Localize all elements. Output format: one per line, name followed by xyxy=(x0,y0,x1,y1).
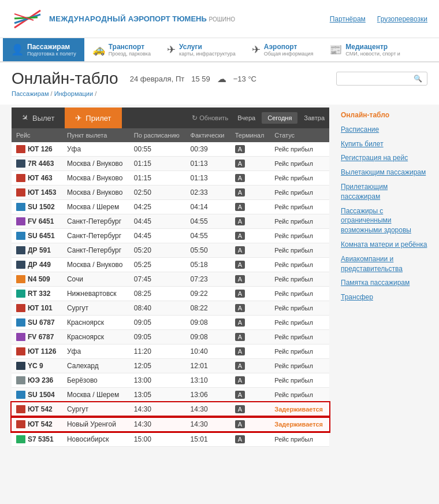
refresh-label: Обновить xyxy=(199,114,228,121)
cell-status: Рейс прибыл xyxy=(270,359,329,373)
cell-terminal: А xyxy=(230,287,270,301)
flight-number: YC 9 xyxy=(28,362,43,370)
airline-icon xyxy=(16,420,25,428)
flights-section: ✈ Вылет ✈ Прилет ↻ Обновить Вчера Сегодн… xyxy=(12,108,329,447)
table-row: ЮТ 126 Уфа 00:55 00:39 А Рейс прибыл xyxy=(12,142,329,157)
cell-actual: 01:13 xyxy=(186,171,230,186)
tab-arrival[interactable]: ✈ Прилет xyxy=(65,108,121,128)
terminal-badge: А xyxy=(235,420,245,428)
table-row: N4 509 Сочи 07:45 07:23 А Рейс прибыл xyxy=(12,272,329,287)
cell-status: Рейс прибыл xyxy=(270,388,329,402)
airline-icon xyxy=(16,405,25,413)
cell-scheduled: 08:25 xyxy=(129,287,186,301)
flight-number: SU 1504 xyxy=(28,391,55,399)
cell-scheduled: 08:40 xyxy=(129,301,186,316)
logo-main-title: МЕЖДУНАРОДНЫЙ xyxy=(49,14,126,23)
cell-actual: 04:55 xyxy=(186,214,230,229)
cell-actual: 05:50 xyxy=(186,243,230,258)
col-status: Статус xyxy=(270,128,329,142)
nav-item-transport[interactable]: 🚕 Транспорт Проезд, парковка xyxy=(84,38,159,61)
sidebar-link-disabled[interactable]: Пассажиры с ограниченными возможными здо… xyxy=(341,206,427,235)
departure-label: Вылет xyxy=(32,114,54,123)
nav-item-services[interactable]: ✈ Услуги карты, инфраструктура xyxy=(159,38,244,61)
cell-status: Рейс прибыл xyxy=(270,316,329,330)
cell-origin: Красноярск xyxy=(62,330,129,344)
cell-status: Рейс прибыл xyxy=(270,200,329,214)
table-row: ЮТ 1453 Москва / Внуково 02:50 02:33 А Р… xyxy=(12,186,329,200)
yesterday-btn[interactable]: Вчера xyxy=(233,112,260,124)
terminal-badge: А xyxy=(235,160,245,168)
sidebar-link-arriving[interactable]: Прилетающим пассажирам xyxy=(341,182,427,202)
terminal-badge: А xyxy=(235,405,245,413)
flight-number: ЮТ 463 xyxy=(28,174,53,182)
terminal-badge: А xyxy=(235,376,245,384)
table-row: S7 5351 Новосибирск 15:00 15:01 А Рейс п… xyxy=(12,432,329,447)
logo-sub2-title: РОШИНО xyxy=(209,16,235,23)
sidebar-link-memo[interactable]: Памятка пассажирам xyxy=(341,278,427,288)
sidebar-link-transfer[interactable]: Трансфер xyxy=(341,292,427,302)
cell-actual: 01:13 xyxy=(186,157,230,171)
table-row: FV 6787 Красноярск 09:05 09:08 А Рейс пр… xyxy=(12,330,329,344)
flights-table: Рейс Пункт вылета По расписанию Фактичес… xyxy=(12,128,329,447)
terminal-badge: А xyxy=(235,391,245,399)
sidebar-link-buy-ticket[interactable]: Купить билет xyxy=(341,139,427,149)
page-header-area: Онлайн-табло 24 февраля, Пт 15 59 ☁ −13 … xyxy=(0,62,439,105)
page-date: 24 февраля, Пт xyxy=(130,75,185,83)
today-btn[interactable]: Сегодня xyxy=(262,112,297,124)
partners-link[interactable]: Партнёрам xyxy=(330,15,366,23)
cell-actual: 13:06 xyxy=(186,388,230,402)
arrival-plane-icon: ✈ xyxy=(75,113,82,123)
airline-icon xyxy=(16,275,25,283)
cell-terminal: А xyxy=(230,142,270,157)
col-origin: Пункт вылета xyxy=(62,128,129,142)
cell-actual: 09:22 xyxy=(186,287,230,301)
nav-sublabel-services: карты, инфраструктура xyxy=(179,51,236,57)
tomorrow-btn[interactable]: Завтра xyxy=(299,112,329,124)
cell-scheduled: 04:25 xyxy=(129,200,186,214)
col-actual: Фактически xyxy=(186,128,230,142)
cell-terminal: А xyxy=(230,157,270,171)
cell-actual: 05:18 xyxy=(186,258,230,272)
flight-number: FV 6787 xyxy=(28,333,54,341)
table-row: ЮЭ 236 Берёзово 13:00 13:10 А Рейс прибы… xyxy=(12,373,329,388)
search-box[interactable]: 🔍 xyxy=(336,72,427,86)
cargo-link[interactable]: Грузоперевозки xyxy=(377,15,427,23)
sidebar-link-airlines[interactable]: Авиакомпании и представительства xyxy=(341,254,427,274)
cell-origin: Москва / Внуково xyxy=(62,186,129,200)
sidebar-link-schedule[interactable]: Расписание xyxy=(341,125,427,135)
terminal-badge: А xyxy=(235,333,245,341)
tab-departure[interactable]: ✈ Вылет xyxy=(12,108,65,128)
sidebar-link-departing[interactable]: Вылетающим пассажирам xyxy=(341,168,427,177)
sidebar-link-registration[interactable]: Регистрация на рейс xyxy=(341,153,427,163)
airline-icon xyxy=(16,318,25,327)
nav-item-media[interactable]: 📰 Медиацентр СМИ, новости, спорт и xyxy=(321,38,408,61)
cell-terminal: А xyxy=(230,432,270,447)
cell-actual: 02:33 xyxy=(186,186,230,200)
cell-scheduled: 11:20 xyxy=(129,344,186,359)
search-input[interactable] xyxy=(341,75,411,83)
cell-scheduled: 01:15 xyxy=(129,171,186,186)
departure-plane-icon: ✈ xyxy=(20,112,31,124)
breadcrumb-passengers[interactable]: Пассажирам xyxy=(12,90,49,97)
breadcrumb-info[interactable]: Информации xyxy=(54,90,94,97)
cell-terminal: А xyxy=(230,272,270,287)
sidebar-link-online-board[interactable]: Онлайн-табло xyxy=(341,110,427,120)
flight-number: ЮТ 101 xyxy=(28,304,53,312)
table-row: ЮТ 542 Новый Уренгой 14:30 14:30 А Задер… xyxy=(12,417,329,432)
nav-item-airport[interactable]: ✈ Аэропорт Общая информация xyxy=(244,38,322,61)
cell-flight: YC 9 xyxy=(12,359,62,373)
nav-sublabel-transport: Проезд, парковка xyxy=(109,51,151,57)
airline-icon xyxy=(16,362,25,370)
page-title: Онлайн-табло xyxy=(12,69,118,88)
sidebar-link-mothers-room[interactable]: Комната матери и ребёнка xyxy=(341,240,427,250)
table-row: ДР 449 Москва / Внуково 05:25 05:18 А Ре… xyxy=(12,258,329,272)
cell-flight: ЮТ 542 xyxy=(12,417,62,432)
table-row: SU 6451 Санкт-Петербург 04:45 04:55 А Ре… xyxy=(12,229,329,243)
cell-terminal: А xyxy=(230,388,270,402)
header: МЕЖДУНАРОДНЫЙ АЭРОПОРТ ТЮМЕНЬ РОШИНО Пар… xyxy=(0,0,439,38)
passengers-icon: 👤 xyxy=(11,43,24,56)
refresh-btn[interactable]: ↻ Обновить xyxy=(187,114,233,122)
airline-icon xyxy=(16,160,25,168)
nav-item-passengers[interactable]: 👤 Пассажирам Подготовка к полету xyxy=(3,38,84,61)
table-row: SU 1502 Москва / Шерем 04:25 04:14 А Рей… xyxy=(12,200,329,214)
